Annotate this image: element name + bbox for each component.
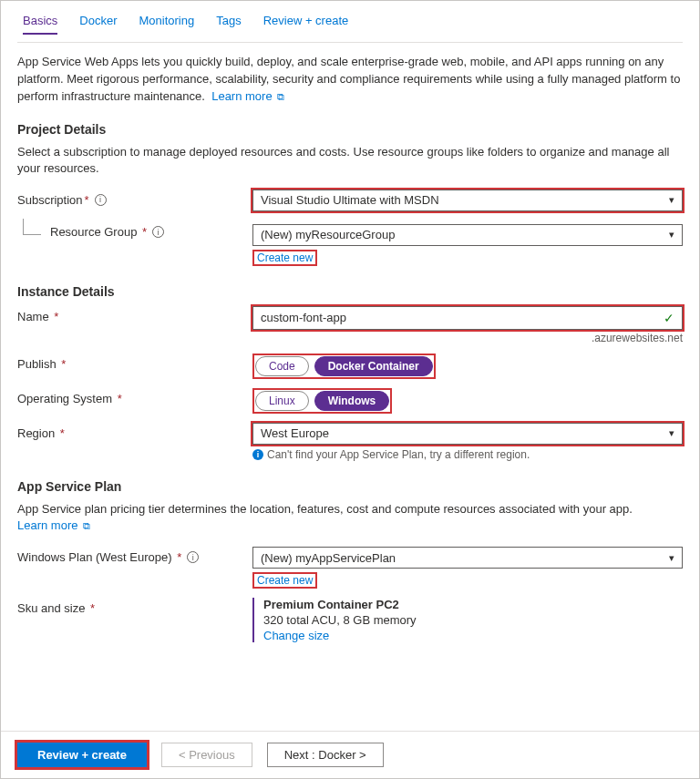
region-label: Region * — [17, 423, 252, 440]
previous-button: < Previous — [161, 743, 252, 767]
project-details-desc: Select a subscription to manage deployed… — [17, 144, 683, 177]
external-icon: ⧉ — [277, 91, 284, 102]
name-suffix: .azurewebsites.net — [252, 332, 683, 344]
instance-details-heading: Instance Details — [17, 284, 683, 299]
name-label: Name * — [17, 306, 252, 323]
publish-label: Publish * — [17, 354, 252, 371]
tab-basics[interactable]: Basics — [23, 14, 57, 35]
intro-learn-more-link[interactable]: Learn more ⧉ — [211, 89, 284, 103]
app-service-plan-desc: App Service plan pricing tier determines… — [17, 501, 683, 534]
app-service-plan-heading: App Service Plan — [17, 479, 683, 494]
plan-create-new-link[interactable]: Create new — [252, 572, 317, 589]
tab-monitoring[interactable]: Monitoring — [139, 14, 194, 35]
tab-bar: Basics Docker Monitoring Tags Review + c… — [17, 1, 683, 43]
subscription-label: Subscription* i — [17, 190, 252, 207]
region-help-text: i Can't find your App Service Plan, try … — [252, 448, 683, 461]
chevron-down-icon: ▾ — [669, 194, 674, 206]
info-icon[interactable]: i — [95, 194, 107, 206]
region-select[interactable]: West Europe ▾ — [252, 423, 683, 445]
resource-group-select[interactable]: (New) myResourceGroup ▾ — [252, 224, 683, 246]
info-icon[interactable]: i — [187, 551, 199, 563]
os-windows-option[interactable]: Windows — [314, 391, 390, 411]
change-size-link[interactable]: Change size — [263, 629, 329, 642]
os-linux-option[interactable]: Linux — [255, 391, 309, 411]
info-solid-icon: i — [252, 449, 263, 460]
chevron-down-icon: ▾ — [669, 427, 674, 439]
sku-size-label: Sku and size * — [17, 598, 252, 615]
windows-plan-select[interactable]: (New) myAppServicePlan ▾ — [252, 547, 683, 569]
subscription-select[interactable]: Visual Studio Ultimate with MSDN ▾ — [252, 190, 683, 211]
tab-review-create[interactable]: Review + create — [263, 14, 349, 35]
tab-docker[interactable]: Docker — [79, 14, 117, 35]
publish-docker-option[interactable]: Docker Container — [314, 356, 433, 376]
sku-title: Premium Container PC2 — [263, 598, 683, 611]
footer-bar: Review + create < Previous Next : Docker… — [1, 731, 699, 778]
publish-toggle: Code Docker Container — [252, 354, 436, 379]
sku-detail: 320 total ACU, 8 GB memory — [263, 613, 683, 627]
plan-learn-more-link[interactable]: Learn more ⧉ — [17, 518, 90, 532]
intro-text: App Service Web Apps lets you quickly bu… — [17, 54, 683, 106]
tab-tags[interactable]: Tags — [216, 14, 241, 35]
project-details-heading: Project Details — [17, 122, 683, 137]
info-icon[interactable]: i — [152, 226, 164, 238]
os-label: Operating System * — [17, 388, 252, 405]
windows-plan-label: Windows Plan (West Europe) * i — [17, 547, 252, 564]
check-icon: ✓ — [664, 311, 674, 325]
rg-create-new-link[interactable]: Create new — [252, 250, 317, 266]
external-icon: ⧉ — [83, 520, 90, 531]
resource-group-label: Resource Group * — [50, 225, 147, 239]
review-create-button[interactable]: Review + create — [17, 743, 147, 767]
chevron-down-icon: ▾ — [669, 552, 674, 564]
chevron-down-icon: ▾ — [669, 229, 674, 241]
next-button[interactable]: Next : Docker > — [267, 743, 384, 767]
name-input[interactable]: custom-font-app ✓ — [252, 306, 683, 330]
os-toggle: Linux Windows — [252, 388, 392, 414]
publish-code-option[interactable]: Code — [255, 356, 309, 376]
